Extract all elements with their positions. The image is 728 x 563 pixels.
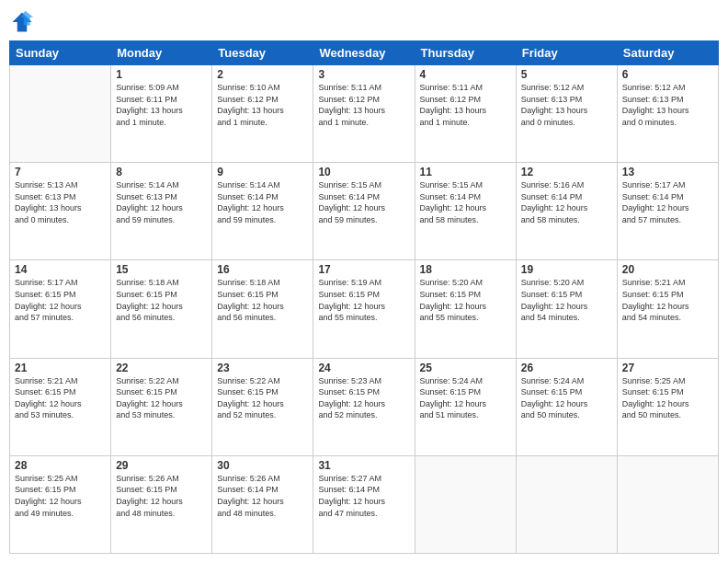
- calendar-cell: 9Sunrise: 5:14 AMSunset: 6:14 PMDaylight…: [212, 163, 313, 260]
- day-info: Sunrise: 5:14 AMSunset: 6:13 PMDaylight:…: [116, 179, 207, 225]
- day-number: 1: [116, 68, 207, 81]
- calendar-cell: 21Sunrise: 5:21 AMSunset: 6:15 PMDayligh…: [10, 358, 111, 455]
- weekday-header: Thursday: [415, 41, 516, 65]
- calendar-cell: [617, 455, 718, 553]
- day-info: Sunrise: 5:11 AMSunset: 6:12 PMDaylight:…: [318, 82, 409, 128]
- day-info: Sunrise: 5:13 AMSunset: 6:13 PMDaylight:…: [15, 179, 106, 225]
- day-info: Sunrise: 5:16 AMSunset: 6:14 PMDaylight:…: [521, 179, 612, 225]
- calendar-cell: 23Sunrise: 5:22 AMSunset: 6:15 PMDayligh…: [212, 358, 313, 455]
- calendar-week-row: 28Sunrise: 5:25 AMSunset: 6:15 PMDayligh…: [10, 455, 719, 553]
- day-number: 5: [521, 68, 612, 81]
- calendar-cell: 7Sunrise: 5:13 AMSunset: 6:13 PMDaylight…: [10, 163, 111, 260]
- calendar-cell: 1Sunrise: 5:09 AMSunset: 6:11 PMDaylight…: [111, 65, 212, 163]
- day-info: Sunrise: 5:09 AMSunset: 6:11 PMDaylight:…: [116, 82, 207, 128]
- day-info: Sunrise: 5:18 AMSunset: 6:15 PMDaylight:…: [217, 277, 308, 323]
- day-number: 17: [318, 263, 409, 276]
- day-number: 11: [420, 166, 511, 178]
- day-number: 18: [420, 263, 511, 276]
- calendar-week-row: 21Sunrise: 5:21 AMSunset: 6:15 PMDayligh…: [10, 358, 719, 455]
- day-number: 27: [622, 362, 713, 374]
- day-info: Sunrise: 5:21 AMSunset: 6:15 PMDaylight:…: [15, 375, 106, 421]
- day-info: Sunrise: 5:23 AMSunset: 6:15 PMDaylight:…: [318, 375, 409, 421]
- calendar-week-row: 14Sunrise: 5:17 AMSunset: 6:15 PMDayligh…: [10, 260, 719, 358]
- calendar-cell: 20Sunrise: 5:21 AMSunset: 6:15 PMDayligh…: [617, 260, 718, 358]
- day-info: Sunrise: 5:19 AMSunset: 6:15 PMDaylight:…: [318, 277, 409, 323]
- calendar-cell: 28Sunrise: 5:25 AMSunset: 6:15 PMDayligh…: [10, 455, 111, 553]
- calendar-cell: 5Sunrise: 5:12 AMSunset: 6:13 PMDaylight…: [516, 65, 617, 163]
- calendar-cell: 13Sunrise: 5:17 AMSunset: 6:14 PMDayligh…: [617, 163, 718, 260]
- calendar-cell: 2Sunrise: 5:10 AMSunset: 6:12 PMDaylight…: [212, 65, 313, 163]
- day-number: 22: [116, 362, 207, 374]
- weekday-header: Sunday: [10, 41, 111, 65]
- calendar-cell: 17Sunrise: 5:19 AMSunset: 6:15 PMDayligh…: [313, 260, 415, 358]
- day-number: 9: [217, 166, 308, 178]
- day-number: 2: [217, 68, 308, 81]
- calendar-cell: 30Sunrise: 5:26 AMSunset: 6:14 PMDayligh…: [212, 455, 313, 553]
- day-number: 21: [15, 362, 106, 374]
- day-info: Sunrise: 5:24 AMSunset: 6:15 PMDaylight:…: [420, 375, 511, 421]
- day-info: Sunrise: 5:20 AMSunset: 6:15 PMDaylight:…: [521, 277, 612, 323]
- calendar-cell: 6Sunrise: 5:12 AMSunset: 6:13 PMDaylight…: [617, 65, 718, 163]
- day-number: 24: [318, 362, 409, 374]
- day-info: Sunrise: 5:24 AMSunset: 6:15 PMDaylight:…: [521, 375, 612, 421]
- day-number: 28: [15, 459, 106, 472]
- day-number: 16: [217, 263, 308, 276]
- weekday-header: Tuesday: [212, 41, 313, 65]
- page: SundayMondayTuesdayWednesdayThursdayFrid…: [0, 0, 728, 563]
- day-info: Sunrise: 5:12 AMSunset: 6:13 PMDaylight:…: [521, 82, 612, 128]
- header: [9, 9, 719, 35]
- day-number: 6: [622, 68, 713, 81]
- logo-icon: [9, 9, 35, 35]
- day-info: Sunrise: 5:22 AMSunset: 6:15 PMDaylight:…: [116, 375, 207, 421]
- calendar-cell: 8Sunrise: 5:14 AMSunset: 6:13 PMDaylight…: [111, 163, 212, 260]
- day-number: 10: [318, 166, 409, 178]
- calendar-cell: 22Sunrise: 5:22 AMSunset: 6:15 PMDayligh…: [111, 358, 212, 455]
- day-number: 13: [622, 166, 713, 178]
- day-info: Sunrise: 5:10 AMSunset: 6:12 PMDaylight:…: [217, 82, 308, 128]
- calendar-cell: 24Sunrise: 5:23 AMSunset: 6:15 PMDayligh…: [313, 358, 415, 455]
- weekday-header-row: SundayMondayTuesdayWednesdayThursdayFrid…: [10, 41, 719, 65]
- day-info: Sunrise: 5:26 AMSunset: 6:14 PMDaylight:…: [217, 473, 308, 519]
- day-number: 30: [217, 459, 308, 472]
- day-info: Sunrise: 5:22 AMSunset: 6:15 PMDaylight:…: [217, 375, 308, 421]
- day-info: Sunrise: 5:25 AMSunset: 6:15 PMDaylight:…: [622, 375, 713, 421]
- day-info: Sunrise: 5:14 AMSunset: 6:14 PMDaylight:…: [217, 179, 308, 225]
- calendar-cell: 26Sunrise: 5:24 AMSunset: 6:15 PMDayligh…: [516, 358, 617, 455]
- calendar-cell: [516, 455, 617, 553]
- day-info: Sunrise: 5:17 AMSunset: 6:15 PMDaylight:…: [15, 277, 106, 323]
- calendar-week-row: 1Sunrise: 5:09 AMSunset: 6:11 PMDaylight…: [10, 65, 719, 163]
- day-number: 31: [318, 459, 409, 472]
- calendar-cell: 14Sunrise: 5:17 AMSunset: 6:15 PMDayligh…: [10, 260, 111, 358]
- day-number: 4: [420, 68, 511, 81]
- calendar-cell: 18Sunrise: 5:20 AMSunset: 6:15 PMDayligh…: [415, 260, 516, 358]
- day-number: 25: [420, 362, 511, 374]
- day-number: 29: [116, 459, 207, 472]
- day-number: 19: [521, 263, 612, 276]
- calendar-cell: 3Sunrise: 5:11 AMSunset: 6:12 PMDaylight…: [313, 65, 415, 163]
- day-number: 26: [521, 362, 612, 374]
- day-number: 12: [521, 166, 612, 178]
- day-number: 14: [15, 263, 106, 276]
- day-number: 20: [622, 263, 713, 276]
- day-number: 7: [15, 166, 106, 178]
- calendar-cell: 10Sunrise: 5:15 AMSunset: 6:14 PMDayligh…: [313, 163, 415, 260]
- calendar-cell: 11Sunrise: 5:15 AMSunset: 6:14 PMDayligh…: [415, 163, 516, 260]
- calendar-cell: [10, 65, 111, 163]
- day-number: 8: [116, 166, 207, 178]
- day-info: Sunrise: 5:17 AMSunset: 6:14 PMDaylight:…: [622, 179, 713, 225]
- weekday-header: Monday: [111, 41, 212, 65]
- day-info: Sunrise: 5:15 AMSunset: 6:14 PMDaylight:…: [318, 179, 409, 225]
- calendar-week-row: 7Sunrise: 5:13 AMSunset: 6:13 PMDaylight…: [10, 163, 719, 260]
- day-info: Sunrise: 5:25 AMSunset: 6:15 PMDaylight:…: [15, 473, 106, 519]
- calendar-cell: 25Sunrise: 5:24 AMSunset: 6:15 PMDayligh…: [415, 358, 516, 455]
- logo: [9, 9, 39, 35]
- day-info: Sunrise: 5:18 AMSunset: 6:15 PMDaylight:…: [116, 277, 207, 323]
- weekday-header: Wednesday: [313, 41, 415, 65]
- calendar-cell: 4Sunrise: 5:11 AMSunset: 6:12 PMDaylight…: [415, 65, 516, 163]
- day-info: Sunrise: 5:26 AMSunset: 6:15 PMDaylight:…: [116, 473, 207, 519]
- weekday-header: Friday: [516, 41, 617, 65]
- day-info: Sunrise: 5:20 AMSunset: 6:15 PMDaylight:…: [420, 277, 511, 323]
- day-number: 23: [217, 362, 308, 374]
- weekday-header: Saturday: [617, 41, 718, 65]
- calendar-cell: 19Sunrise: 5:20 AMSunset: 6:15 PMDayligh…: [516, 260, 617, 358]
